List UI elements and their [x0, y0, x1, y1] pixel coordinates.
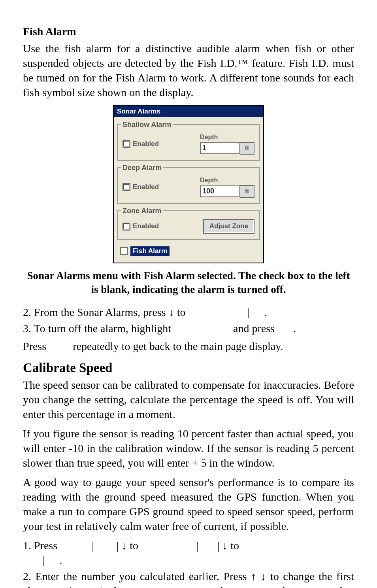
group-shallow-alarm: Shallow Alarm Enabled Depth 1 ft — [117, 124, 260, 161]
depth-label: Depth — [200, 176, 254, 184]
checkbox-icon — [120, 247, 128, 255]
fish-alarm-row[interactable]: Fish Alarm — [117, 246, 260, 259]
checkbox-icon — [123, 183, 130, 191]
press-line: Press repeatedly to get back to the main… — [23, 339, 354, 354]
group-legend: Zone Alarm — [121, 206, 163, 216]
section-title-fish-alarm: Fish Alarm — [23, 25, 354, 39]
paragraph: A good way to gauge your speed sensor's … — [23, 475, 354, 534]
group-legend: Deep Alarm — [121, 163, 163, 173]
checkbox-label: Enabled — [133, 222, 159, 231]
paragraph: The speed sensor can be calibrated to co… — [23, 378, 354, 422]
calibrate-step-1: 1. Press | | ↓ to | | ↓ to | . — [23, 539, 354, 568]
step-2: 2. From the Sonar Alarms, press ↓ to | . — [23, 305, 354, 320]
unit-label: ft — [240, 142, 254, 155]
calibrate-step-2: 2. Enter the number you calculated earli… — [23, 569, 354, 588]
paragraph: Use the fish alarm for a distinctive aud… — [23, 42, 354, 100]
fish-alarm-label: Fish Alarm — [130, 246, 170, 256]
figure-caption: Sonar Alarms menu with Fish Alarm select… — [23, 269, 354, 297]
checkbox-icon — [123, 140, 130, 148]
step-3: 3. To turn off the alarm, highlight and … — [23, 321, 354, 336]
deep-enabled-checkbox[interactable]: Enabled — [123, 183, 159, 191]
checkbox-label: Enabled — [133, 183, 159, 191]
dialog-title: Sonar Alarms — [114, 106, 263, 117]
depth-label: Depth — [200, 133, 254, 141]
deep-depth-input[interactable]: 100 — [200, 185, 240, 197]
shallow-enabled-checkbox[interactable]: Enabled — [123, 140, 159, 148]
adjust-zone-button[interactable]: Adjust Zone — [203, 219, 254, 233]
sonar-alarms-dialog: Sonar Alarms Shallow Alarm Enabled Depth — [113, 105, 264, 263]
checkbox-label: Enabled — [133, 140, 159, 148]
zone-enabled-checkbox[interactable]: Enabled — [123, 222, 159, 231]
group-deep-alarm: Deep Alarm Enabled Depth 100 ft — [117, 167, 260, 204]
shallow-depth-input[interactable]: 1 — [200, 142, 240, 154]
section-title-calibrate-speed: Calibrate Speed — [23, 359, 354, 377]
paragraph: If you figure the sensor is reading 10 p… — [23, 427, 354, 471]
checkbox-icon — [123, 223, 130, 231]
unit-label: ft — [240, 185, 254, 198]
group-legend: Shallow Alarm — [121, 120, 173, 130]
group-zone-alarm: Zone Alarm Enabled Adjust Zone — [117, 210, 260, 240]
